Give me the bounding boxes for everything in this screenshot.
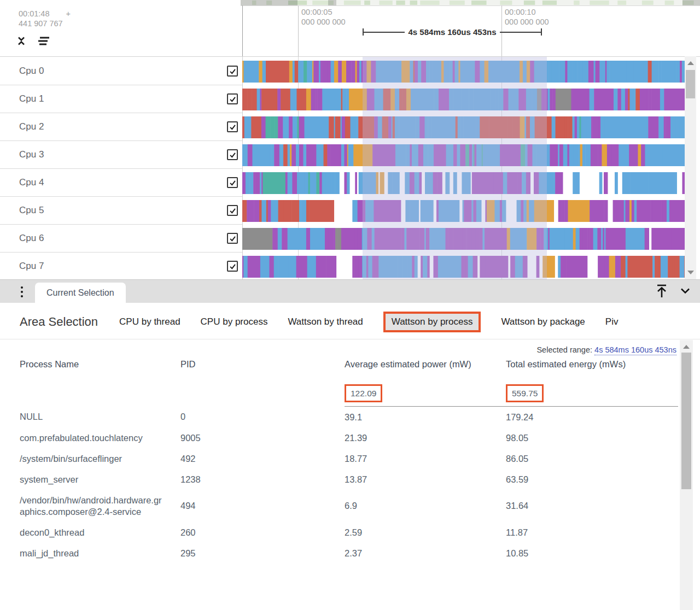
scrollbar-thumb[interactable]: [681, 353, 691, 489]
track-checkbox[interactable]: [227, 149, 238, 160]
cpu-track-list: Cpu 0Cpu 1Cpu 2Cpu 3Cpu 4Cpu 5Cpu 6Cpu 7: [0, 57, 700, 279]
pid-cell: 260: [180, 522, 345, 543]
track-shell: Cpu 1: [0, 85, 242, 113]
process-name-cell: /vendor/bin/hw/android.hardware.graphics…: [20, 490, 180, 522]
ruler-tick-label: 00:00:10000 000 000: [505, 7, 549, 27]
track-timeline[interactable]: [242, 256, 685, 278]
track-label: Cpu 2: [19, 121, 44, 132]
track-row: Cpu 7: [0, 253, 700, 279]
pid-cell: 9005: [180, 427, 345, 448]
panel-scrollbar[interactable]: [680, 340, 693, 610]
track-shell: Cpu 6: [0, 225, 242, 253]
energy-cell: 10.85: [506, 543, 678, 564]
clear-all-button[interactable]: [36, 34, 50, 48]
pid-cell: 0: [180, 407, 345, 428]
table-row: com.prefabulated.touchlatency900521.3998…: [20, 427, 678, 448]
track-checkbox[interactable]: [227, 233, 238, 244]
track-shell: Cpu 0: [0, 57, 242, 85]
tab-current-selection[interactable]: Current Selection: [35, 283, 126, 303]
selection-duration-label: 4s 584ms 160us 453ns: [405, 27, 500, 37]
energy-cell: 11.87: [506, 522, 678, 543]
process-name-cell: /system/bin/surfaceflinger: [20, 448, 180, 469]
tab-wattson-by-package[interactable]: Wattson by package: [501, 316, 585, 327]
selected-range-value-link[interactable]: 4s 584ms 160us 453ns: [594, 345, 676, 355]
energy-cell: 86.05: [506, 448, 678, 469]
track-checkbox[interactable]: [227, 66, 238, 77]
collapse-panel-button[interactable]: [678, 284, 692, 298]
power-cell: 2.37: [345, 543, 506, 564]
track-label: Cpu 5: [19, 205, 44, 216]
scroll-up-arrow-icon[interactable]: [683, 345, 690, 349]
track-label: Cpu 0: [19, 66, 44, 77]
tab-wattson-by-thread[interactable]: Wattson by thread: [288, 316, 363, 327]
process-name-cell: mali_jd_thread: [20, 543, 180, 564]
track-shell: Cpu 7: [0, 253, 242, 279]
clear-all-icon: [37, 36, 50, 46]
track-area-boundary-line: [242, 5, 243, 56]
scroll-up-arrow-icon[interactable]: [687, 61, 694, 65]
track-timeline[interactable]: [242, 144, 685, 166]
clock-time: 00:01:48: [19, 9, 49, 18]
wattson-process-table: Process Name PID Average estimated power…: [20, 355, 678, 564]
scroll-down-arrow-icon[interactable]: [687, 271, 694, 274]
selected-range-label: Selected range:: [536, 345, 592, 354]
tab-wattson-by-process[interactable]: Wattson by process: [383, 312, 481, 332]
clock-offset-ns: 441 907 767: [19, 19, 71, 28]
tab-cpu-by-thread[interactable]: CPU by thread: [119, 316, 180, 327]
scrollbar-thumb[interactable]: [686, 70, 695, 98]
ruler-tick-label: 00:00:05000 000 000: [301, 7, 346, 27]
track-shell: Cpu 5: [0, 197, 242, 225]
col-total-energy: Total estimated energy (mWs): [506, 355, 678, 370]
perfetto-trace-viewer: 00:01:48+ 441 907 767 00:00:05000 000 0: [0, 0, 700, 610]
track-checkbox[interactable]: [227, 93, 238, 104]
track-scrollbar[interactable]: [685, 56, 696, 279]
chevron-down-icon: [679, 285, 691, 297]
track-label: Cpu 7: [19, 261, 44, 272]
collapse-all-button[interactable]: [14, 34, 28, 48]
table-row: NULL039.1179.24: [20, 407, 678, 428]
track-row: Cpu 5: [0, 197, 700, 225]
ruler-divider: [0, 56, 700, 57]
bottom-panel-tabstrip: Current Selection: [0, 279, 700, 303]
track-timeline[interactable]: [242, 200, 685, 222]
col-pid: PID: [180, 355, 345, 370]
track-timeline[interactable]: [242, 116, 685, 138]
power-cell: 18.77: [345, 448, 506, 469]
track-checkbox[interactable]: [227, 121, 238, 132]
track-row: Cpu 6: [0, 225, 700, 253]
track-label: Cpu 3: [19, 149, 44, 160]
track-shell: Cpu 4: [0, 169, 242, 197]
track-timeline[interactable]: [242, 61, 685, 83]
track-checkbox[interactable]: [227, 177, 238, 188]
expand-panel-button[interactable]: [655, 284, 669, 298]
track-timeline[interactable]: [242, 172, 685, 194]
power-cell: 6.9: [345, 490, 506, 522]
ruler-gridline: [298, 5, 299, 56]
track-checkbox[interactable]: [227, 205, 238, 216]
track-row: Cpu 3: [0, 141, 700, 169]
track-shell: Cpu 3: [0, 141, 242, 169]
selected-range-line: Selected range: 4s 584ms 160us 453ns: [0, 345, 676, 354]
tab-menu-kebab-icon[interactable]: [18, 284, 26, 300]
track-checkbox[interactable]: [227, 261, 238, 272]
table-header-row: Process Name PID Average estimated power…: [20, 355, 678, 370]
track-label: Cpu 4: [19, 177, 44, 188]
pid-cell: 492: [180, 448, 345, 469]
track-timeline[interactable]: [242, 89, 685, 110]
table-row: /system/bin/surfaceflinger49218.7786.05: [20, 448, 678, 469]
process-name-cell: decon0_kthread: [20, 522, 180, 543]
energy-cell: 98.05: [506, 427, 678, 448]
energy-cell: 63.59: [506, 469, 678, 490]
power-cell: 2.59: [345, 522, 506, 543]
clock-plus: +: [66, 9, 70, 18]
track-shell: Cpu 2: [0, 113, 242, 141]
pid-cell: 494: [180, 490, 345, 522]
timeline-overview-minimap[interactable]: [241, 0, 700, 6]
power-cell: 21.39: [345, 427, 506, 448]
track-timeline[interactable]: [242, 228, 685, 250]
process-name-cell: com.prefabulated.touchlatency: [20, 427, 180, 448]
table-row: /vendor/bin/hw/android.hardware.graphics…: [20, 490, 678, 522]
tab-piv[interactable]: Piv: [605, 316, 619, 327]
tab-cpu-by-process[interactable]: CPU by process: [201, 316, 268, 327]
track-row: Cpu 2: [0, 113, 700, 141]
